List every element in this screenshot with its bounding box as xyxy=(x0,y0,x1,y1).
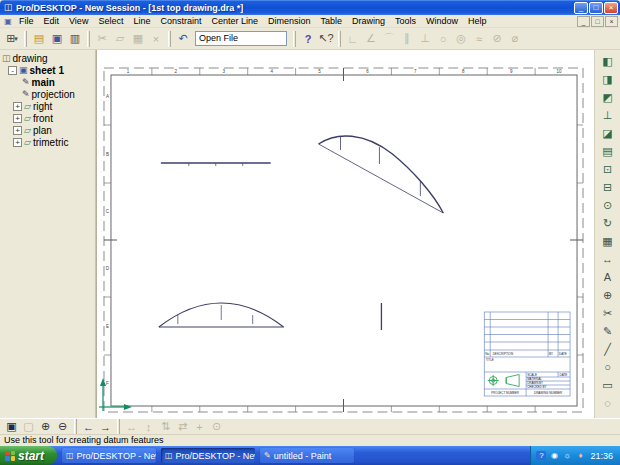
zoom-out-button[interactable]: ⊖ xyxy=(54,419,71,434)
menu-select[interactable]: Select xyxy=(93,15,128,28)
spin-button[interactable]: ⇄ xyxy=(174,419,191,434)
open-button[interactable]: ▤ xyxy=(30,30,48,48)
tree-item-front[interactable]: + ▱ front xyxy=(0,112,95,124)
expand-box[interactable]: + xyxy=(13,114,22,123)
constraint-tangent-button[interactable]: ⌒ xyxy=(380,30,398,48)
table-button[interactable]: ▦ xyxy=(598,232,618,250)
section-view-button[interactable]: ⊟ xyxy=(598,178,618,196)
dimension-button[interactable]: ↔ xyxy=(598,250,618,268)
zoom-selection-button[interactable]: ⊕ xyxy=(598,286,618,304)
constraint-angle-button[interactable]: ∠ xyxy=(362,30,380,48)
datum-axis-button[interactable]: ⊥ xyxy=(598,106,618,124)
back-button[interactable]: ← xyxy=(80,419,97,434)
constraint-diameter-button[interactable]: ⌀ xyxy=(506,30,524,48)
tree-item-sheet-1[interactable]: - ▣ sheet 1 xyxy=(0,64,95,76)
zoom-window-button[interactable]: ▢ xyxy=(20,419,37,434)
expand-box[interactable]: + xyxy=(13,138,22,147)
delete-button[interactable]: × xyxy=(147,30,165,48)
ellipse-tool-button[interactable]: ◌ xyxy=(598,394,618,412)
close-button[interactable]: × xyxy=(604,2,618,14)
text-button[interactable]: A xyxy=(598,268,618,286)
toolbar-grip[interactable] xyxy=(293,31,296,47)
tree-item-main[interactable]: ✎ main xyxy=(0,76,95,88)
constraint-symmetry-button[interactable]: ≈ xyxy=(470,30,488,48)
taskbar-task-prodesktop-2[interactable]: ◫ Pro/DESKTOP - New ... xyxy=(161,448,255,463)
menu-file[interactable]: File xyxy=(14,15,39,28)
trim-button[interactable]: ✂ xyxy=(598,304,618,322)
mdi-close-button[interactable]: × xyxy=(605,16,618,27)
pan-horizontal-button[interactable]: ↔ xyxy=(123,419,140,434)
menu-dimension[interactable]: Dimension xyxy=(263,15,316,28)
unfold-button[interactable]: ◪ xyxy=(598,124,618,142)
toolbar-grip[interactable] xyxy=(24,31,27,47)
menu-window[interactable]: Window xyxy=(421,15,463,28)
constraint-equal-radius-button[interactable]: ◎ xyxy=(452,30,470,48)
tree-item-drawing[interactable]: ◫ drawing xyxy=(0,52,95,64)
tree-item-trimetric[interactable]: + ▱ trimetric xyxy=(0,136,95,148)
menu-tools[interactable]: Tools xyxy=(390,15,421,28)
drawing-canvas[interactable]: 1 2 3 4 5 6 7 8 9 10 A B C D E F xyxy=(96,50,594,418)
tree-item-plan[interactable]: + ▱ plan xyxy=(0,124,95,136)
minimize-button[interactable]: _ xyxy=(574,2,588,14)
new-sheet-button[interactable]: ▤ xyxy=(598,142,618,160)
constraint-perpendicular-button[interactable]: ⊥ xyxy=(416,30,434,48)
constraint-concentric-button[interactable]: ○ xyxy=(434,30,452,48)
toolbar-grip[interactable] xyxy=(338,31,341,47)
add-view-button[interactable]: ⊡ xyxy=(598,160,618,178)
detail-view-button[interactable]: ⊙ xyxy=(598,196,618,214)
save-button[interactable]: ▣ xyxy=(48,30,66,48)
mdi-restore-button[interactable]: □ xyxy=(591,16,604,27)
circle-tool-button[interactable]: ○ xyxy=(598,358,618,376)
new-view-button[interactable]: ⊞▾ xyxy=(3,30,21,48)
menu-line[interactable]: Line xyxy=(128,15,155,28)
pan-button[interactable]: + xyxy=(191,419,208,434)
new-workplane-button[interactable]: ◨ xyxy=(598,70,618,88)
titlebar[interactable]: ◫ Pro/DESKTOP - New Session - [1st top d… xyxy=(0,0,620,15)
datum-plane-button[interactable]: ◩ xyxy=(598,88,618,106)
network-tray-icon[interactable]: ♦ xyxy=(575,451,585,460)
update-views-button[interactable]: ↻ xyxy=(598,214,618,232)
menu-table[interactable]: Table xyxy=(316,15,348,28)
help-button[interactable]: ? xyxy=(299,30,317,48)
line-tool-button[interactable]: ╱ xyxy=(598,340,618,358)
collapse-box[interactable]: - xyxy=(8,66,17,75)
select-workplane-button[interactable]: ◧ xyxy=(598,52,618,70)
tumble-button[interactable]: ⇅ xyxy=(157,419,174,434)
menu-constraint[interactable]: Constraint xyxy=(155,15,206,28)
menu-help[interactable]: Help xyxy=(463,15,492,28)
menu-center-line[interactable]: Center Line xyxy=(206,15,263,28)
mdi-minimize-button[interactable]: _ xyxy=(577,16,590,27)
menu-view[interactable]: View xyxy=(64,15,93,28)
volume-tray-icon[interactable]: ◉ xyxy=(549,451,559,460)
help-tray-icon[interactable]: ? xyxy=(536,451,546,460)
constraint-parallel-button[interactable]: ∥ xyxy=(398,30,416,48)
messenger-tray-icon[interactable]: ☼ xyxy=(562,451,572,460)
expand-box[interactable]: + xyxy=(13,102,22,111)
print-button[interactable]: ▥ xyxy=(66,30,84,48)
tree-item-right[interactable]: + ▱ right xyxy=(0,100,95,112)
tree-item-projection[interactable]: ✎ projection xyxy=(0,88,95,100)
sketch-button[interactable]: ✎ xyxy=(598,322,618,340)
constraint-fix-button[interactable]: ∟ xyxy=(344,30,362,48)
constraint-exclude-button[interactable]: ⊘ xyxy=(488,30,506,48)
start-button[interactable]: start xyxy=(0,446,57,465)
pan-vertical-button[interactable]: ↕ xyxy=(140,419,157,434)
paste-button[interactable]: ▦ xyxy=(129,30,147,48)
zoom-in-button[interactable]: ⊕ xyxy=(37,419,54,434)
context-help-button[interactable]: ↖? xyxy=(317,30,335,48)
command-combo[interactable]: Open File xyxy=(195,31,287,46)
forward-button[interactable]: → xyxy=(97,419,114,434)
status-bar: Use this tool for creating datum feature… xyxy=(0,434,620,446)
autoscale-button[interactable]: ⊙ xyxy=(208,419,225,434)
undo-button[interactable]: ↶ xyxy=(174,30,192,48)
rectangle-tool-button[interactable]: ▭ xyxy=(598,376,618,394)
taskbar-task-prodesktop-1[interactable]: ◫ Pro/DESKTOP - New ... xyxy=(62,448,156,463)
copy-button[interactable]: ▱ xyxy=(111,30,129,48)
restore-button[interactable]: □ xyxy=(589,2,603,14)
menu-drawing[interactable]: Drawing xyxy=(347,15,390,28)
menu-edit[interactable]: Edit xyxy=(39,15,65,28)
zoom-extents-button[interactable]: ▣ xyxy=(3,419,20,434)
cut-button[interactable]: ✂ xyxy=(93,30,111,48)
taskbar-task-paint[interactable]: ✎ untitled - Paint xyxy=(260,448,354,463)
expand-box[interactable]: + xyxy=(13,126,22,135)
